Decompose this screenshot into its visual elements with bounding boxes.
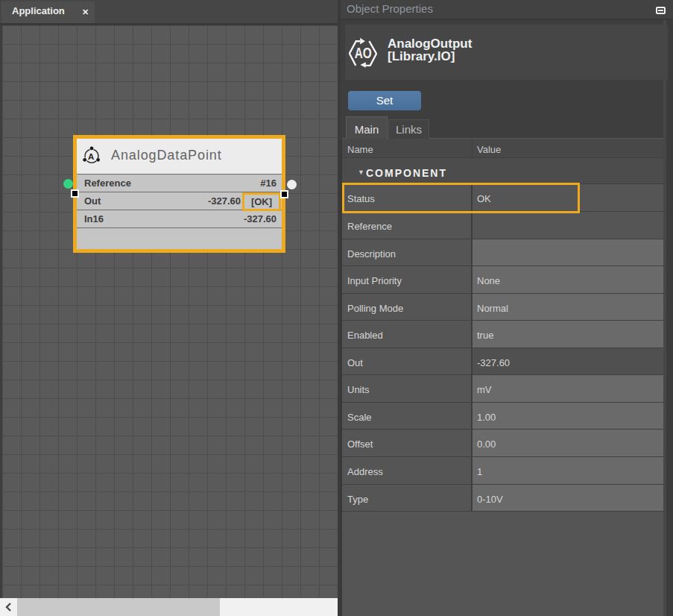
svg-text:A: A bbox=[88, 152, 94, 161]
svg-text:AO: AO bbox=[355, 45, 372, 61]
